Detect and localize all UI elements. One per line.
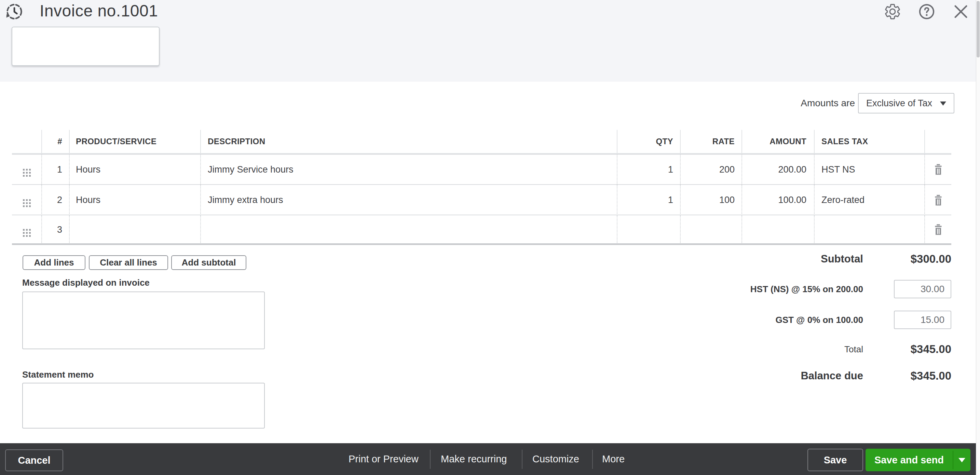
statement-memo-label: Statement memo [22, 370, 94, 380]
scrollbar-thumb[interactable] [977, 1, 980, 57]
delete-row-button[interactable] [925, 215, 951, 244]
gst-tax-amount-input[interactable] [894, 311, 951, 329]
balance-due-value: $345.00 [863, 370, 951, 383]
tax-line-row: GST @ 0% on 100.00 [512, 310, 951, 330]
footer-divider [522, 450, 522, 469]
footer-divider [592, 450, 593, 469]
rate-cell[interactable]: 200 [680, 155, 741, 184]
footer-bar: Cancel Print or Preview Make recurring C… [0, 443, 980, 475]
customize-link[interactable]: Customize [532, 443, 579, 475]
trash-icon [933, 163, 944, 176]
total-label: Total [844, 344, 863, 355]
footer-divider [430, 450, 431, 469]
subtotal-label: Subtotal [821, 253, 863, 265]
delete-row-button[interactable] [925, 185, 951, 215]
add-subtotal-button[interactable]: Add subtotal [171, 255, 247, 270]
total-row: Total $345.00 [512, 340, 951, 359]
message-textarea[interactable] [22, 292, 265, 349]
close-icon[interactable] [952, 3, 970, 21]
sales-tax-cell[interactable]: Zero-rated [814, 185, 925, 215]
make-recurring-link[interactable]: Make recurring [441, 443, 507, 475]
grip-dots-icon [23, 199, 25, 201]
message-label: Message displayed on invoice [22, 277, 150, 288]
col-header-description: DESCRIPTION [200, 130, 617, 153]
amount-cell[interactable]: 200.00 [741, 155, 814, 184]
grip-dots-icon [23, 169, 25, 171]
col-header-qty: QTY [617, 130, 680, 153]
balance-due-row: Balance due $345.00 [512, 366, 951, 386]
col-header-number: # [41, 130, 69, 153]
col-header-sales-tax: SALES TAX [814, 130, 925, 153]
drag-handle[interactable] [12, 185, 41, 215]
col-header-amount: AMOUNT [741, 130, 814, 153]
qty-cell[interactable]: 1 [617, 155, 680, 184]
drag-handle[interactable] [12, 155, 41, 184]
more-link[interactable]: More [602, 443, 625, 475]
rate-cell[interactable]: 100 [680, 185, 741, 215]
table-row: 3 [12, 215, 951, 244]
col-header-product: PRODUCT/SERVICE [69, 130, 200, 153]
scrollbar-track[interactable] [976, 0, 980, 475]
caret-down-icon [958, 458, 965, 462]
row-number: 2 [41, 185, 69, 215]
clipped-input-box[interactable] [12, 27, 159, 66]
subtotal-value: $300.00 [863, 253, 951, 266]
save-button[interactable]: Save [807, 449, 863, 471]
statement-memo-textarea[interactable] [22, 383, 265, 429]
help-icon[interactable] [918, 3, 935, 21]
description-cell[interactable]: Jimmy extra hours [200, 185, 617, 215]
tax-mode-dropdown[interactable]: Exclusive of Tax [858, 93, 955, 113]
qty-cell[interactable] [617, 215, 680, 244]
trash-icon [933, 223, 944, 236]
header-bar: Invoice no.1001 [0, 0, 980, 82]
save-and-send-button[interactable]: Save and send [865, 449, 970, 471]
print-or-preview-link[interactable]: Print or Preview [348, 443, 418, 475]
description-cell[interactable]: Jimmy Service hours [200, 155, 617, 184]
row-number: 3 [41, 215, 69, 244]
table-header-row: # PRODUCT/SERVICE DESCRIPTION QTY RATE A… [12, 130, 951, 153]
drag-handle[interactable] [12, 215, 41, 244]
subtotal-row: Subtotal $300.00 [512, 249, 951, 269]
product-cell[interactable]: Hours [69, 185, 200, 215]
product-cell[interactable]: Hours [69, 155, 200, 184]
tax-mode-value: Exclusive of Tax [866, 94, 932, 113]
grip-dots-icon [23, 229, 25, 231]
cancel-button[interactable]: Cancel [5, 449, 63, 471]
qty-cell[interactable]: 1 [617, 185, 680, 215]
table-row: 1 Hours Jimmy Service hours 1 200 200.00… [12, 155, 951, 184]
sales-tax-cell[interactable]: HST NS [814, 155, 925, 184]
line-items-table: # PRODUCT/SERVICE DESCRIPTION QTY RATE A… [12, 130, 951, 245]
page-title: Invoice no.1001 [40, 0, 158, 22]
sales-tax-cell[interactable] [814, 215, 925, 244]
amounts-are-label: Amounts are [800, 93, 855, 113]
gst-tax-label: GST @ 0% on 100.00 [775, 315, 863, 325]
clear-all-lines-button[interactable]: Clear all lines [89, 255, 168, 270]
amount-cell[interactable]: 100.00 [741, 185, 814, 215]
table-row: 2 Hours Jimmy extra hours 1 100 100.00 Z… [12, 184, 951, 215]
gear-icon[interactable] [884, 3, 901, 21]
save-and-send-label: Save and send [865, 449, 953, 471]
product-cell[interactable] [69, 215, 200, 244]
row-number: 1 [41, 155, 69, 184]
total-value: $345.00 [863, 343, 951, 356]
description-cell[interactable] [200, 215, 617, 244]
invoice-window: Invoice no.1001 Amounts are Exclusive of… [0, 0, 980, 475]
trash-icon [933, 194, 944, 207]
balance-due-label: Balance due [800, 370, 863, 382]
add-lines-button[interactable]: Add lines [22, 255, 86, 270]
hst-tax-amount-input[interactable] [894, 280, 951, 298]
amount-cell[interactable] [741, 215, 814, 244]
caret-down-icon [940, 102, 946, 105]
save-options-dropdown[interactable] [953, 449, 970, 471]
rate-cell[interactable] [680, 215, 741, 244]
hst-tax-label: HST (NS) @ 15% on 200.00 [750, 284, 863, 295]
history-clock-icon[interactable] [5, 2, 24, 21]
delete-row-button[interactable] [925, 155, 951, 184]
tax-line-row: HST (NS) @ 15% on 200.00 [512, 279, 951, 299]
col-header-rate: RATE [680, 130, 741, 153]
table-bottom-border [12, 243, 951, 245]
